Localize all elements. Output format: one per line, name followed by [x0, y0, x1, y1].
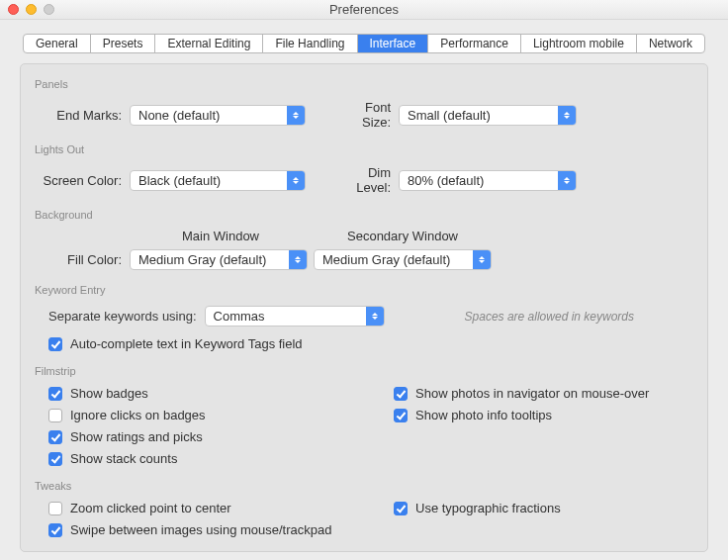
label-font-size: Font Size: [335, 100, 399, 130]
tab-label: Presets [103, 37, 143, 50]
select-value: Small (default) [408, 108, 491, 123]
row-typographic: Use typographic fractions [394, 501, 693, 515]
checkbox-ignore-clicks[interactable] [48, 409, 62, 422]
checkbox-swipe[interactable] [48, 523, 62, 537]
tabs-row: General Presets External Editing File Ha… [0, 34, 728, 53]
row-show-ratings: Show ratings and picks [48, 429, 364, 444]
label-dim-level: Dim Level: [335, 165, 399, 195]
label-show-stacks: Show stack counts [70, 451, 177, 466]
row-panels: End Marks: None (default) Font Size: Sma… [35, 100, 693, 130]
select-value: None (default) [138, 108, 220, 123]
row-ignore-clicks: Ignore clicks on badges [48, 408, 364, 422]
checkbox-autocomplete[interactable] [48, 337, 62, 351]
checkbox-zoom-center[interactable] [48, 502, 62, 515]
row-show-badges: Show badges [48, 386, 364, 401]
tab-file-handling[interactable]: File Handling [263, 35, 357, 52]
select-screen-color[interactable]: Black (default) [130, 170, 306, 191]
checkbox-nav-mouseover[interactable] [394, 387, 408, 401]
label-typographic: Use typographic fractions [415, 501, 561, 515]
titlebar: Preferences [0, 0, 728, 20]
select-secondary-fill-color[interactable]: Medium Gray (default) [314, 249, 492, 270]
select-value: Commas [214, 309, 265, 324]
row-fill-color: Fill Color: Medium Gray (default) Medium… [35, 249, 693, 270]
minimize-window-button[interactable] [26, 4, 37, 15]
checkbox-info-tooltips[interactable] [394, 409, 408, 422]
row-info-tooltips: Show photo info tooltips [394, 408, 693, 422]
select-dim-level[interactable]: 80% (default) [399, 170, 577, 191]
stepper-icon [287, 171, 305, 190]
row-show-stacks: Show stack counts [48, 451, 364, 466]
label-autocomplete: Auto-complete text in Keyword Tags field [70, 336, 303, 351]
checkbox-show-ratings[interactable] [48, 430, 62, 444]
label-fill-color: Fill Color: [35, 252, 130, 267]
label-ignore-clicks: Ignore clicks on badges [70, 408, 206, 422]
tab-presets[interactable]: Presets [91, 35, 156, 52]
select-separate-keywords[interactable]: Commas [205, 306, 385, 327]
label-show-ratings: Show ratings and picks [70, 429, 203, 444]
select-font-size[interactable]: Small (default) [399, 105, 577, 126]
tab-lightroom-mobile[interactable]: Lightroom mobile [521, 35, 637, 52]
tab-interface[interactable]: Interface [358, 35, 429, 52]
preferences-pane: Panels End Marks: None (default) Font Si… [20, 63, 708, 552]
stepper-icon [558, 106, 576, 125]
group-title-panels: Panels [35, 78, 693, 90]
tab-external-editing[interactable]: External Editing [155, 35, 263, 52]
tab-performance[interactable]: Performance [428, 35, 521, 52]
tab-label: Lightroom mobile [533, 37, 624, 50]
select-value: Black (default) [138, 173, 221, 188]
select-value: Medium Gray (default) [138, 252, 266, 267]
row-lights-out: Screen Color: Black (default) Dim Level:… [35, 165, 693, 195]
label-info-tooltips: Show photo info tooltips [415, 408, 552, 422]
row-keyword-separator: Separate keywords using: Commas Spaces a… [35, 306, 693, 327]
group-title-tweaks: Tweaks [35, 480, 693, 492]
row-nav-mouseover: Show photos in navigator on mouse-over [394, 386, 693, 401]
tweaks-options: Zoom clicked point to center Swipe betwe… [35, 494, 693, 537]
close-window-button[interactable] [8, 4, 19, 15]
select-end-marks[interactable]: None (default) [130, 105, 306, 126]
label-show-badges: Show badges [70, 386, 148, 401]
stepper-icon [558, 171, 576, 190]
group-title-keyword-entry: Keyword Entry [35, 284, 693, 296]
checkbox-show-stacks[interactable] [48, 452, 62, 466]
header-secondary-window: Secondary Window [312, 229, 494, 243]
label-screen-color: Screen Color: [35, 173, 130, 188]
maximize-window-button [44, 4, 54, 15]
select-value: 80% (default) [408, 173, 484, 188]
checkbox-show-badges[interactable] [48, 387, 62, 401]
background-headers: Main Window Secondary Window [35, 229, 693, 243]
checkbox-typographic[interactable] [394, 502, 408, 515]
label-nav-mouseover: Show photos in navigator on mouse-over [415, 386, 649, 401]
stepper-icon [366, 307, 384, 326]
filmstrip-options: Show badges Ignore clicks on badges Show… [35, 379, 693, 466]
stepper-icon [473, 250, 491, 269]
label-swipe: Swipe between images using mouse/trackpa… [70, 522, 331, 537]
tab-label: External Editing [167, 37, 250, 50]
group-title-filmstrip: Filmstrip [35, 365, 693, 377]
window-title: Preferences [329, 2, 399, 17]
label-end-marks: End Marks: [35, 108, 130, 123]
label-separate-keywords: Separate keywords using: [35, 309, 205, 324]
row-autocomplete: Auto-complete text in Keyword Tags field [35, 336, 693, 351]
tab-label: Network [649, 37, 692, 50]
group-title-lights-out: Lights Out [35, 143, 693, 155]
header-main-window: Main Window [130, 229, 312, 243]
tab-network[interactable]: Network [637, 35, 704, 52]
row-zoom-center: Zoom clicked point to center [48, 501, 364, 515]
tab-bar: General Presets External Editing File Ha… [23, 34, 705, 53]
note-spaces-allowed: Spaces are allowed in keywords [465, 310, 693, 324]
row-swipe: Swipe between images using mouse/trackpa… [48, 522, 364, 537]
stepper-icon [287, 106, 305, 125]
tab-label: File Handling [275, 37, 344, 50]
tab-label: Performance [440, 37, 508, 50]
select-main-fill-color[interactable]: Medium Gray (default) [130, 249, 308, 270]
group-title-background: Background [35, 209, 693, 221]
tab-label: General [36, 37, 78, 50]
window-controls [8, 4, 54, 15]
tab-label: Interface [370, 37, 416, 50]
stepper-icon [289, 250, 307, 269]
select-value: Medium Gray (default) [322, 252, 450, 267]
label-zoom-center: Zoom clicked point to center [70, 501, 231, 515]
tab-general[interactable]: General [24, 35, 91, 52]
